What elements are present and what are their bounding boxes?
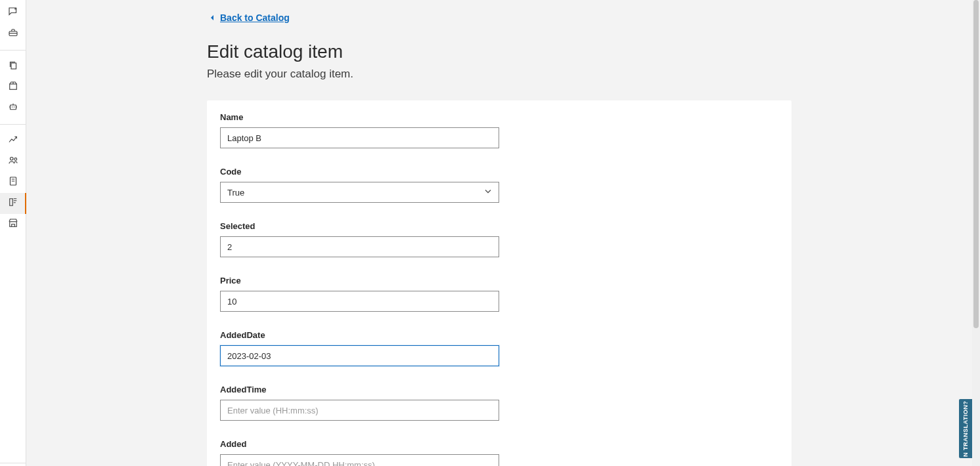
price-label: Price (220, 276, 499, 286)
svg-point-6 (11, 106, 12, 108)
addeddate-label: AddedDate (220, 330, 499, 340)
sidebar-icon-book[interactable] (0, 172, 26, 193)
left-sidebar (0, 0, 26, 466)
sidebar-icon-users[interactable] (0, 151, 26, 172)
svg-point-9 (14, 158, 16, 161)
field-addedtime: AddedTime (220, 385, 499, 421)
field-price: Price (220, 276, 499, 312)
field-addeddate: AddedDate (220, 330, 499, 366)
sidebar-icon-analytics[interactable] (0, 130, 26, 151)
code-select-value: True (227, 188, 244, 198)
field-code: Code True (220, 167, 499, 203)
svg-rect-4 (9, 84, 16, 89)
catalog-icon (7, 196, 19, 211)
users-icon (7, 154, 19, 169)
sidebar-icon-catalog[interactable] (0, 193, 26, 214)
sidebar-divider (0, 124, 26, 125)
caret-left-icon (210, 12, 216, 23)
copy-icon (7, 59, 19, 74)
main-content: Back to Catalog Edit catalog item Please… (26, 0, 972, 466)
added-input[interactable] (220, 454, 499, 466)
page-subtitle: Please edit your catalog item. (207, 68, 791, 81)
sidebar-icon-store[interactable] (0, 214, 26, 235)
chevron-down-icon (484, 188, 492, 198)
code-select[interactable]: True (220, 182, 499, 203)
selected-label: Selected (220, 221, 499, 231)
form-card: Name Code True Selected Price (207, 100, 791, 466)
svg-rect-3 (11, 63, 16, 69)
bot-icon (7, 101, 19, 116)
name-label: Name (220, 112, 499, 122)
svg-rect-5 (10, 105, 16, 110)
field-added: Added (220, 439, 499, 466)
name-input[interactable] (220, 127, 499, 148)
price-input[interactable] (220, 291, 499, 312)
back-to-catalog-link[interactable]: Back to Catalog (210, 12, 290, 23)
sidebar-icon-package[interactable] (0, 77, 26, 98)
sidebar-group-top (0, 0, 26, 47)
sidebar-icon-copy[interactable] (0, 56, 26, 77)
chat-icon (7, 6, 19, 20)
package-icon (7, 80, 19, 95)
added-label: Added (220, 439, 499, 449)
store-icon (7, 217, 19, 232)
addedtime-input[interactable] (220, 400, 499, 421)
svg-point-8 (10, 158, 13, 161)
page-title: Edit catalog item (207, 41, 791, 62)
chart-line-icon (7, 133, 19, 148)
sidebar-icon-bot[interactable] (0, 98, 26, 119)
addeddate-input[interactable] (220, 345, 499, 366)
code-label: Code (220, 167, 499, 177)
scrollbar-track[interactable] (972, 0, 980, 466)
sidebar-icon-chat[interactable] (0, 3, 26, 24)
svg-point-0 (14, 9, 15, 9)
feedback-tab[interactable]: N TRANSLATION? (959, 399, 972, 458)
field-name: Name (220, 112, 499, 148)
svg-point-1 (16, 9, 16, 9)
addedtime-label: AddedTime (220, 385, 499, 394)
sidebar-group-mid2 (0, 127, 26, 238)
sidebar-group-mid1 (0, 53, 26, 121)
field-selected: Selected (220, 221, 499, 257)
toolbox-icon (7, 27, 19, 41)
sidebar-divider-bottom (0, 463, 26, 463)
scrollbar-thumb[interactable] (973, 0, 979, 328)
back-link-label: Back to Catalog (220, 12, 290, 23)
sidebar-icon-toolbox[interactable] (0, 24, 26, 45)
svg-point-7 (13, 106, 14, 108)
selected-input[interactable] (220, 236, 499, 257)
sidebar-divider (0, 50, 26, 51)
book-icon (7, 175, 19, 190)
